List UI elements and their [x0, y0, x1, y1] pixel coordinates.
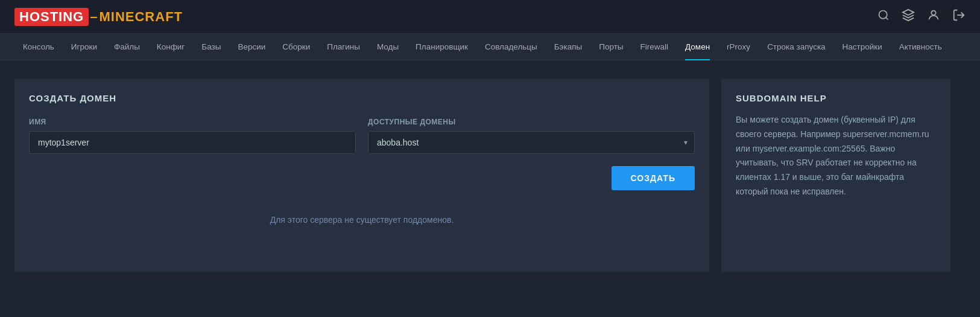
nav-item-активность[interactable]: Активность	[891, 34, 950, 60]
svg-point-3	[931, 11, 935, 15]
button-row: СОЗДАТЬ	[29, 166, 695, 190]
help-text: Вы можете создать домен (буквенный IP) д…	[736, 113, 936, 199]
logout-icon[interactable]	[952, 8, 966, 25]
nav-item-моды[interactable]: Моды	[368, 34, 407, 60]
nav-item-плагины[interactable]: Плагины	[318, 34, 368, 60]
nav-item-планировщик[interactable]: Планировщик	[407, 34, 476, 60]
svg-line-1	[886, 18, 888, 20]
name-form-group: ИМЯ	[29, 118, 356, 154]
logo-dash: –	[90, 9, 98, 25]
nav-item-firewall[interactable]: Firewall	[632, 34, 677, 60]
form-row: ИМЯ ДОСТУПНЫЕ ДОМЕНЫ aboba.hostmcmem.rue…	[29, 118, 695, 154]
domain-select-wrapper: aboba.hostmcmem.ruexample.com ▾	[368, 131, 695, 154]
create-button[interactable]: СОЗДАТЬ	[612, 166, 695, 190]
nav-item-версии[interactable]: Версии	[229, 34, 274, 60]
search-icon[interactable]	[877, 9, 890, 24]
user-icon[interactable]	[927, 8, 940, 25]
nav-item-строка-запуска[interactable]: Строка запуска	[759, 34, 833, 60]
domain-label: ДОСТУПНЫЕ ДОМЕНЫ	[368, 118, 695, 126]
header: HOSTING – MINECRAFT	[0, 0, 980, 34]
nav-item-консоль[interactable]: Консоль	[14, 34, 63, 60]
nav-item-rproxy[interactable]: rProxy	[718, 34, 759, 60]
nav-item-сборки[interactable]: Сборки	[274, 34, 318, 60]
nav-item-порты[interactable]: Порты	[590, 34, 631, 60]
nav: КонсольИгрокиФайлыКонфигБазыВерсииСборки…	[0, 34, 980, 60]
subdomain-help-panel: SUBDOMAIN HELP Вы можете создать домен (…	[721, 78, 950, 272]
logo-hosting: HOSTING	[14, 8, 89, 26]
nav-item-совладельцы[interactable]: Совладельцы	[476, 34, 546, 60]
nav-item-файлы[interactable]: Файлы	[106, 34, 148, 60]
svg-point-0	[879, 11, 887, 19]
name-label: ИМЯ	[29, 118, 356, 126]
no-subdomains-text: Для этого сервера не существует поддомен…	[29, 202, 695, 225]
help-title: SUBDOMAIN HELP	[736, 93, 936, 103]
nav-item-базы[interactable]: Базы	[193, 34, 229, 60]
create-domain-title: СОЗДАТЬ ДОМЕН	[29, 93, 695, 103]
nav-item-домен[interactable]: Домен	[677, 34, 718, 60]
nav-item-бэкапы[interactable]: Бэкапы	[546, 34, 590, 60]
create-domain-panel: СОЗДАТЬ ДОМЕН ИМЯ ДОСТУПНЫЕ ДОМЕНЫ aboba…	[14, 78, 709, 272]
nav-item-игроки[interactable]: Игроки	[63, 34, 106, 60]
nav-item-конфиг[interactable]: Конфиг	[148, 34, 193, 60]
name-input[interactable]	[29, 131, 356, 154]
main-content: СОЗДАТЬ ДОМЕН ИМЯ ДОСТУПНЫЕ ДОМЕНЫ aboba…	[0, 60, 965, 290]
layers-icon[interactable]	[902, 8, 915, 25]
domain-form-group: ДОСТУПНЫЕ ДОМЕНЫ aboba.hostmcmem.ruexamp…	[368, 118, 695, 154]
domain-select[interactable]: aboba.hostmcmem.ruexample.com	[368, 131, 695, 154]
logo-minecraft: MINECRAFT	[99, 9, 183, 25]
nav-item-настройки[interactable]: Настройки	[834, 34, 891, 60]
header-icons	[877, 8, 966, 25]
svg-marker-2	[903, 10, 914, 15]
logo: HOSTING – MINECRAFT	[14, 8, 183, 26]
